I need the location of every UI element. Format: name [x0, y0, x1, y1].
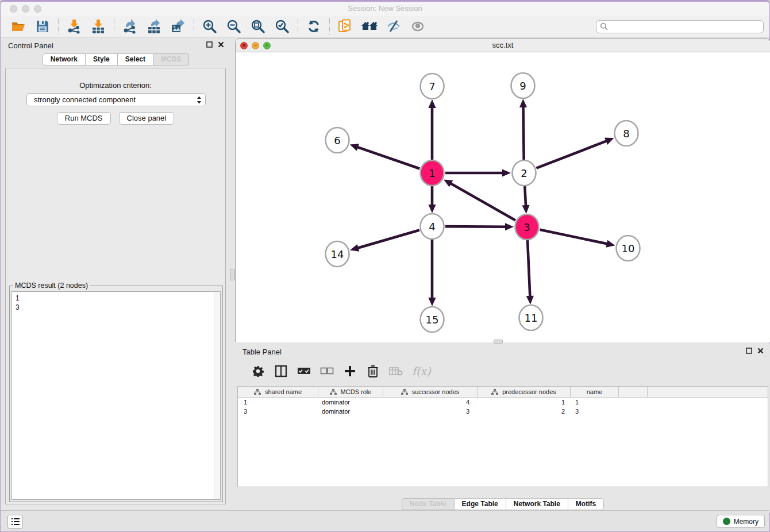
tab-network[interactable]: Network	[43, 53, 86, 65]
table-row[interactable]: 3dominator323	[238, 407, 768, 416]
graph-node-14[interactable]: 14	[326, 241, 349, 267]
graph-node-8[interactable]: 8	[615, 121, 638, 146]
float-table-panel-icon[interactable]	[746, 348, 752, 354]
edge-4-3[interactable]	[445, 223, 514, 230]
edge-2-9[interactable]	[519, 99, 527, 160]
table-cell[interactable]: 3	[238, 407, 318, 416]
arrowhead-icon	[428, 99, 436, 108]
column-icon[interactable]	[272, 363, 290, 380]
table-cell[interactable]: 3	[571, 407, 619, 416]
criterion-select[interactable]: strongly connected component	[26, 93, 206, 106]
edge-1-6[interactable]	[350, 144, 420, 168]
open-session-icon[interactable]	[10, 18, 27, 35]
delete-column-icon[interactable]	[364, 363, 382, 380]
graph-node-15[interactable]: 15	[421, 307, 444, 332]
edge-3-10[interactable]	[540, 230, 615, 248]
edge-1-4[interactable]	[428, 186, 436, 213]
tab-style[interactable]: Style	[86, 53, 118, 65]
column-header-MCDS-role[interactable]: MCDS role	[318, 387, 383, 397]
svg-text:14: 14	[331, 248, 344, 260]
import-network-icon[interactable]	[66, 18, 83, 35]
zoom-selected-icon[interactable]	[274, 18, 291, 35]
graph-node-10[interactable]: 10	[617, 236, 640, 261]
zoom-out-icon[interactable]	[225, 18, 242, 35]
gear-icon[interactable]	[249, 363, 267, 380]
node-table[interactable]: shared nameMCDS rolesuccessor nodesprede…	[237, 386, 768, 487]
memory-button[interactable]: Memory	[717, 515, 765, 528]
tab-motifs[interactable]: Motifs	[568, 498, 604, 510]
deselect-all-icon[interactable]	[318, 363, 336, 380]
table-cell[interactable]: 1	[571, 398, 619, 407]
float-panel-icon[interactable]	[206, 41, 213, 48]
zoom-in-icon[interactable]	[201, 18, 218, 35]
table-cell[interactable]: dominator	[318, 398, 383, 407]
svg-text:9: 9	[519, 80, 526, 92]
edge-1-7[interactable]	[428, 99, 436, 160]
column-header-predecessor-nodes[interactable]: predecessor nodes	[478, 387, 571, 397]
table-cell[interactable]: dominator	[318, 407, 383, 416]
graph-node-6[interactable]: 6	[326, 128, 349, 153]
result-scrollbar[interactable]	[214, 292, 220, 499]
search-field[interactable]	[596, 20, 764, 33]
svg-text:10: 10	[622, 242, 635, 255]
table-row[interactable]: 1dominator411	[238, 398, 768, 407]
edge-4-15[interactable]	[428, 240, 436, 306]
edge-3-11[interactable]	[526, 240, 534, 304]
tab-mcds[interactable]: MCDS	[153, 53, 189, 65]
table-cell[interactable]: 2	[478, 407, 571, 416]
tab-edge-table[interactable]: Edge Table	[455, 498, 506, 510]
app-window: Session: New Session	[0, 0, 770, 532]
table-cell[interactable]: 1	[238, 398, 318, 407]
export-network-icon[interactable]	[121, 18, 138, 35]
select-all-icon[interactable]	[295, 363, 313, 380]
import-table-icon[interactable]	[90, 18, 107, 35]
tab-node-table[interactable]: Node Table	[402, 498, 455, 510]
export-image-icon[interactable]	[170, 18, 187, 35]
run-mcds-button[interactable]: Run MCDS	[57, 112, 111, 125]
tab-network-table[interactable]: Network Table	[506, 498, 568, 510]
column-header-successor-nodes[interactable]: successor nodes	[383, 387, 478, 397]
memory-label: Memory	[734, 518, 759, 526]
search-input[interactable]	[610, 22, 760, 30]
table-cell[interactable]: 4	[383, 398, 478, 407]
add-column-icon[interactable]	[341, 363, 359, 380]
edge-3-1[interactable]	[444, 179, 515, 220]
export-table-icon[interactable]	[145, 18, 163, 35]
split-divider-grip[interactable]	[230, 269, 235, 280]
toolbar-separator	[194, 18, 194, 34]
column-header-shared-name[interactable]: shared name	[238, 387, 318, 397]
network-canvas-svg[interactable]: 7968124314101511	[236, 53, 770, 342]
graph-node-3[interactable]: 3	[515, 214, 539, 240]
hide-selected-icon[interactable]	[385, 18, 402, 35]
home-neighbors-icon[interactable]	[361, 18, 378, 35]
network-table-divider-grip[interactable]	[494, 340, 503, 344]
graph-node-1[interactable]: 1	[421, 160, 444, 186]
mcds-panel: Optimization criterion: strongly connect…	[5, 68, 226, 504]
edge-1-2[interactable]	[445, 169, 511, 176]
graph-node-11[interactable]: 11	[519, 305, 543, 330]
graph-node-7[interactable]: 7	[421, 74, 444, 99]
task-history-button[interactable]	[7, 515, 23, 529]
edge-4-14[interactable]	[350, 230, 419, 251]
refresh-layout-icon[interactable]	[305, 18, 322, 35]
table-cell[interactable]: 3	[383, 407, 478, 416]
network-title-bar[interactable]: ✕ − + scc.txt	[236, 39, 770, 52]
zoom-fit-icon[interactable]	[249, 18, 267, 35]
clone-network-icon[interactable]	[337, 18, 354, 35]
toolbar-separator	[329, 18, 330, 34]
edge-2-8[interactable]	[536, 138, 614, 168]
column-header-name[interactable]: name	[571, 387, 619, 397]
table-cell[interactable]: 1	[478, 398, 571, 407]
close-panel-button[interactable]: Close panel	[119, 112, 175, 125]
graph-node-4[interactable]: 4	[421, 214, 444, 239]
toolbar-separator	[114, 18, 114, 34]
close-panel-icon[interactable]	[218, 41, 224, 48]
graph-node-2[interactable]: 2	[513, 160, 536, 186]
column-header-filler	[619, 387, 648, 397]
tab-select[interactable]: Select	[118, 53, 153, 65]
save-session-icon[interactable]	[34, 18, 51, 35]
mcds-result-area[interactable]: 1 3	[11, 291, 221, 500]
graph-node-9[interactable]: 9	[511, 73, 535, 98]
edge-2-3[interactable]	[522, 186, 529, 214]
close-table-panel-icon[interactable]	[757, 348, 764, 354]
